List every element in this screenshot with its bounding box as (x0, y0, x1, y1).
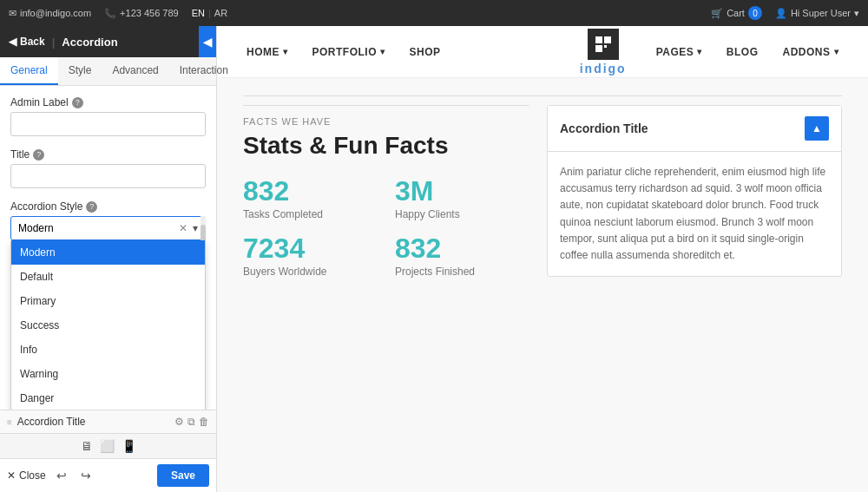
nav-home-label: HOME (247, 46, 279, 58)
nav-portfolio-label: PORTFOLIO (312, 46, 378, 58)
style-option-default[interactable]: Default (11, 265, 205, 289)
device-toolbar: 🖥 ⬜ 📱 (0, 433, 216, 458)
lang-en[interactable]: EN (192, 8, 205, 18)
item-actions: ⚙ ⧉ 🗑 (174, 416, 209, 428)
mobile-icon[interactable]: 📱 (122, 439, 136, 453)
page-content: FACTS WE HAVE Stats & Fun Facts 832 Task… (217, 78, 868, 492)
user-dropdown-arrow: ▾ (854, 8, 859, 19)
bottom-actions: ✕ Close ↩ ↪ Save (0, 458, 216, 492)
svg-rect-0 (595, 36, 602, 43)
admin-label-text: Admin Label (10, 96, 69, 108)
title-help[interactable]: ? (33, 149, 44, 161)
nav-addons[interactable]: ADDONS ▾ (770, 26, 851, 78)
title-input[interactable] (10, 164, 206, 188)
site-nav-left: HOME ▾ PORTFOLIO ▾ SHOP (234, 26, 562, 78)
style-option-danger[interactable]: Danger (11, 386, 205, 410)
content-row: FACTS WE HAVE Stats & Fun Facts 832 Task… (243, 105, 842, 278)
tab-advanced[interactable]: Advanced (102, 57, 168, 85)
stat-clients-number: 3M (395, 177, 529, 205)
nav-shop[interactable]: SHOP (398, 26, 453, 78)
accordion-card-title: Accordion Title (560, 121, 648, 135)
admin-label-input[interactable] (10, 112, 206, 136)
accordion-style-select: Modern ✕ ▾ Modern Default Primary Succes… (10, 216, 206, 240)
select-clear-icon[interactable]: ✕ (179, 222, 187, 234)
nav-shop-label: SHOP (410, 46, 441, 58)
cart-label: Cart (727, 8, 745, 18)
collapse-panel-button[interactable]: ◀ (199, 26, 216, 57)
cart-count: 0 (748, 6, 762, 20)
tab-style[interactable]: Style (58, 57, 102, 85)
site-nav-right: PAGES ▾ BLOG ADDONS ▾ (644, 26, 851, 78)
accordion-toggle-button[interactable]: ▲ (805, 116, 829, 141)
content-divider (243, 95, 842, 96)
redo-button[interactable]: ↪ (77, 467, 95, 484)
accordion-style-text: Accordion Style (10, 200, 82, 213)
user-item[interactable]: 👤 Hi Super User ▾ (775, 8, 859, 19)
admin-label-group: Admin Label ? (10, 96, 206, 136)
style-option-primary[interactable]: Primary (11, 289, 205, 313)
collapse-icon: ◀ (203, 36, 212, 49)
main-layout: ◀ Back | Accordion ◀ General Style Advan… (0, 26, 868, 492)
accordion-card-body: Anim pariatur cliche reprehenderit, enim… (548, 152, 841, 276)
nav-addons-label: ADDONS (782, 46, 830, 58)
accordion-card: Accordion Title ▲ Anim pariatur cliche r… (547, 105, 842, 277)
tablet-icon[interactable]: ⬜ (100, 439, 115, 453)
undo-button[interactable]: ↩ (53, 467, 70, 484)
phone-icon: 📞 (104, 8, 116, 19)
panel-tabs: General Style Advanced Interaction (0, 57, 216, 86)
style-option-warning[interactable]: Warning (11, 362, 205, 386)
accordion-item-label: Accordion Title (17, 416, 169, 428)
logo-text: indigo (580, 62, 627, 75)
accordion-item-bar: ≡ Accordion Title ⚙ ⧉ 🗑 (0, 410, 216, 433)
style-option-success[interactable]: Success (11, 313, 205, 338)
back-button[interactable]: ◀ Back (9, 36, 45, 48)
nav-blog-label: BLOG (727, 46, 759, 58)
close-button[interactable]: ✕ Close (7, 469, 46, 482)
close-x-icon: ✕ (7, 469, 16, 482)
stat-clients-label: Happy Clients (395, 208, 529, 220)
panel-title: Accordion (62, 36, 117, 49)
nav-blog[interactable]: BLOG (714, 26, 771, 78)
nav-portfolio[interactable]: PORTFOLIO ▾ (300, 26, 398, 78)
nav-portfolio-arrow: ▾ (380, 47, 385, 56)
top-bar: ✉ info@indigo.com 📞 +123 456 789 EN | AR… (0, 0, 868, 26)
email-text: info@indigo.com (20, 8, 91, 18)
left-panel: ◀ Back | Accordion ◀ General Style Advan… (0, 26, 217, 492)
email-icon: ✉ (9, 8, 16, 19)
style-dropdown-trigger[interactable]: Modern ✕ ▾ (10, 216, 206, 240)
selected-style-value: Modern (18, 222, 54, 234)
nav-home[interactable]: HOME ▾ (234, 26, 300, 78)
nav-pages-arrow: ▾ (697, 47, 702, 56)
dropdown-scrollbar (201, 216, 206, 240)
cart-icon: 🛒 (711, 8, 723, 19)
title-group: Title ? (10, 148, 206, 188)
style-dropdown-list: Modern Default Primary Success Info Warn… (10, 240, 206, 410)
style-option-modern[interactable]: Modern (11, 240, 205, 265)
lang-ar[interactable]: AR (214, 8, 227, 18)
site-logo: indigo (562, 29, 644, 75)
language-switcher[interactable]: EN | AR (192, 8, 227, 18)
nav-pages[interactable]: PAGES ▾ (644, 26, 714, 78)
right-content: HOME ▾ PORTFOLIO ▾ SHOP (217, 26, 868, 492)
admin-label-label: Admin Label ? (10, 96, 206, 108)
save-button[interactable]: Save (157, 464, 209, 487)
duplicate-icon[interactable]: ⧉ (187, 416, 195, 428)
admin-label-help[interactable]: ? (72, 97, 83, 108)
cart-item[interactable]: 🛒 Cart 0 (711, 6, 762, 20)
stat-projects-label: Projects Finished (395, 266, 529, 278)
accordion-style-help[interactable]: ? (86, 201, 97, 213)
delete-icon[interactable]: 🗑 (199, 416, 209, 428)
stat-buyers-label: Buyers Worldwide (243, 266, 378, 278)
user-icon: 👤 (775, 8, 787, 19)
tab-interaction[interactable]: Interaction (169, 57, 239, 85)
stat-buyers-number: 7234 (243, 234, 378, 262)
svg-rect-1 (604, 36, 611, 43)
style-option-info[interactable]: Info (11, 338, 205, 362)
tab-general[interactable]: General (0, 57, 58, 85)
drag-icon: ≡ (7, 417, 12, 427)
panel-content: Admin Label ? Title ? Accordion Style ? (0, 86, 216, 410)
stats-section: FACTS WE HAVE Stats & Fun Facts 832 Task… (243, 105, 529, 278)
desktop-icon[interactable]: 🖥 (81, 439, 93, 453)
settings-icon[interactable]: ⚙ (174, 416, 184, 428)
svg-rect-2 (595, 45, 602, 52)
